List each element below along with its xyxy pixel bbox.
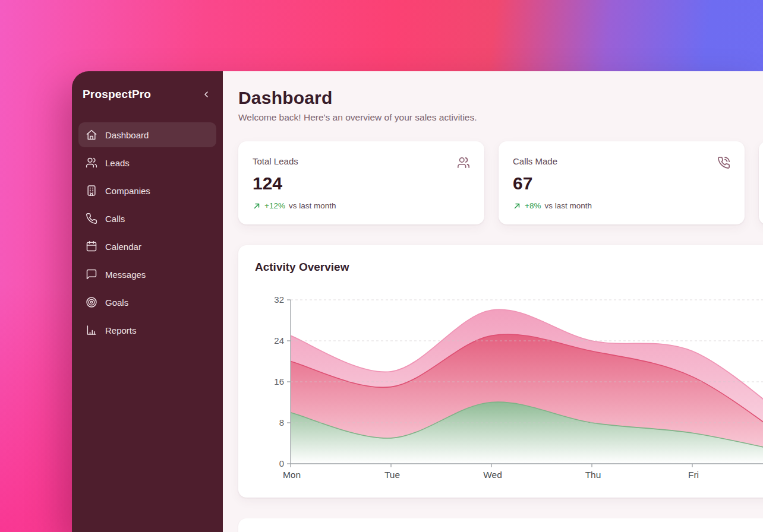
trend-note: vs last month <box>289 201 336 210</box>
sidebar-header: ProspectPro <box>78 88 216 101</box>
stat-value: 124 <box>253 173 470 194</box>
x-tick-label: Wed <box>483 470 502 480</box>
stat-card-clipped <box>759 141 763 224</box>
sidebar-item-calendar[interactable]: Calendar <box>78 234 216 259</box>
bar-chart-icon <box>86 324 97 336</box>
home-icon <box>86 129 97 141</box>
stat-label: Total Leads <box>253 156 298 166</box>
phone-call-icon <box>717 156 730 169</box>
stat-value: 67 <box>513 173 730 194</box>
trend-up-icon <box>253 202 261 210</box>
app-window: ProspectPro Dashboard Leads Companies <box>72 71 763 532</box>
activity-area-chart: 08162432MonTueWedThuFri <box>255 294 763 484</box>
stat-trend: +12% vs last month <box>253 201 470 210</box>
trend-up-icon <box>513 202 521 210</box>
sidebar-item-label: Leads <box>105 158 130 168</box>
users-icon <box>86 157 97 169</box>
y-tick-label: 8 <box>279 417 284 428</box>
phone-icon <box>86 213 97 224</box>
sidebar-item-dashboard[interactable]: Dashboard <box>78 122 216 147</box>
sidebar: ProspectPro Dashboard Leads Companies <box>72 71 223 532</box>
sidebar-nav: Dashboard Leads Companies Calls Calendar… <box>78 122 216 343</box>
trend-note: vs last month <box>544 201 592 210</box>
sidebar-item-label: Goals <box>105 297 128 308</box>
y-tick-label: 16 <box>274 376 284 387</box>
stat-trend: +8% vs last month <box>513 201 730 210</box>
calendar-icon <box>86 240 97 252</box>
activity-chart: 08162432MonTueWedThuFri <box>255 294 763 487</box>
chart-title: Activity Overview <box>255 261 763 274</box>
x-tick-label: Thu <box>585 470 601 480</box>
sidebar-item-messages[interactable]: Messages <box>78 262 216 287</box>
sidebar-item-leads[interactable]: Leads <box>78 150 216 175</box>
sidebar-item-label: Calendar <box>105 242 141 252</box>
stat-card-calls-made: Calls Made 67 +8% vs last month <box>499 141 745 224</box>
chevron-left-icon <box>201 90 211 99</box>
sidebar-item-label: Calls <box>105 214 125 224</box>
x-tick-label: Tue <box>384 470 400 480</box>
sidebar-item-label: Companies <box>105 186 150 196</box>
app-brand: ProspectPro <box>83 88 151 101</box>
stat-card-total-leads: Total Leads 124 +12% vs last month <box>238 141 484 224</box>
trend-delta: +8% <box>525 201 541 210</box>
sidebar-item-label: Dashboard <box>105 130 149 140</box>
sidebar-item-goals[interactable]: Goals <box>78 290 216 315</box>
stat-label: Calls Made <box>513 156 557 166</box>
activity-overview-card: Activity Overview 08162432MonTueWedThuFr… <box>238 245 763 498</box>
sidebar-item-reports[interactable]: Reports <box>78 318 216 343</box>
sidebar-collapse-button[interactable] <box>200 88 212 100</box>
sidebar-item-calls[interactable]: Calls <box>78 206 216 231</box>
page-subtitle: Welcome back! Here's an overview of your… <box>238 112 763 123</box>
y-tick-label: 32 <box>274 294 284 305</box>
y-tick-label: 0 <box>279 458 284 468</box>
y-tick-label: 24 <box>274 335 284 346</box>
x-tick-label: Mon <box>283 470 301 480</box>
stat-card-row: Total Leads 124 +12% vs last month Calls… <box>238 141 763 224</box>
target-icon <box>86 296 97 308</box>
next-section-card-clipped <box>238 518 763 532</box>
sidebar-item-companies[interactable]: Companies <box>78 178 216 203</box>
x-tick-label: Fri <box>688 470 699 480</box>
sidebar-item-label: Messages <box>105 270 146 280</box>
desktop-background: { "sidebar": { "brand": "ProspectPro", "… <box>0 0 763 532</box>
users-icon <box>457 156 470 169</box>
message-icon <box>86 268 97 280</box>
trend-delta: +12% <box>264 201 285 210</box>
page-title: Dashboard <box>238 88 763 108</box>
main-content: Dashboard Welcome back! Here's an overvi… <box>223 71 763 532</box>
sidebar-item-label: Reports <box>105 325 137 335</box>
building-icon <box>86 185 97 197</box>
